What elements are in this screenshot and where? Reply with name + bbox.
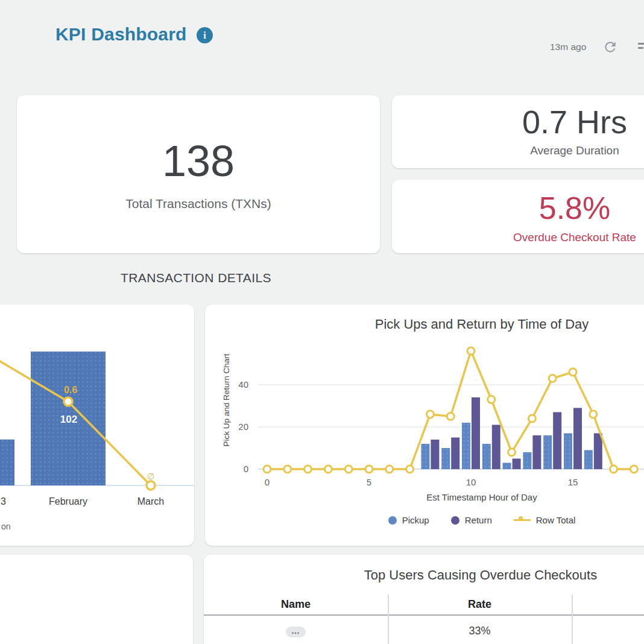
bottom-left-card <box>0 555 193 644</box>
svg-text:0.6: 0.6 <box>64 385 77 395</box>
column-header-extra <box>572 595 644 614</box>
svg-text:0: 0 <box>244 464 248 474</box>
table-header-row: Name Rate <box>204 595 644 616</box>
average-duration-label: Average Duration <box>392 144 644 157</box>
pickup-dot-icon <box>388 516 397 525</box>
monthly-transactions-chart-card: 0.6102∅3FebruaryMarchon <box>0 305 194 546</box>
svg-text:on: on <box>1 522 11 531</box>
svg-text:5: 5 <box>367 477 371 487</box>
pickup-return-chart-card: Pick Ups and Return by Time of Day Pick … <box>205 305 644 546</box>
kpi-card-average-duration: 0.7 Hrs Average Duration <box>392 95 644 168</box>
chart-legend: Pickup Return Row Total <box>205 515 644 525</box>
column-header-name: Name <box>204 595 388 614</box>
legend-label: Row Total <box>536 515 576 525</box>
overdue-rate-value: 5.8% <box>392 192 644 225</box>
monthly-transactions-chart[interactable]: 0.6102∅3FebruaryMarchon <box>0 305 194 546</box>
table-row[interactable]: … 33% <box>204 617 644 644</box>
legend-label: Return <box>465 515 492 525</box>
x-axis-label: Est Timestamp Hour of Day <box>205 492 644 502</box>
svg-text:∅: ∅ <box>147 472 154 481</box>
svg-text:0: 0 <box>265 477 270 487</box>
pickup-return-chart[interactable]: 02040051015 <box>205 305 644 546</box>
svg-text:102: 102 <box>60 414 77 425</box>
filter-bar <box>638 43 644 45</box>
section-title: TRANSACTION DETAILS <box>121 271 271 285</box>
legend-label: Pickup <box>402 515 429 525</box>
legend-item-pickup[interactable]: Pickup <box>388 515 429 525</box>
column-header-rate: Rate <box>388 595 572 614</box>
top-users-table-card: Top Users Causing Overdue Checkouts Name… <box>204 555 644 644</box>
svg-text:40: 40 <box>238 379 248 390</box>
return-dot-icon <box>451 516 459 525</box>
legend-item-row-total[interactable]: Row Total <box>514 515 576 525</box>
filter-bar <box>638 47 643 49</box>
total-transactions-value: 138 <box>17 139 380 185</box>
last-refresh-timestamp: 13m ago <box>550 42 586 52</box>
legend-item-return[interactable]: Return <box>451 515 492 525</box>
kpi-card-total-transactions: 138 Total Transactions (TXNs) <box>17 95 380 253</box>
svg-text:February: February <box>49 496 87 507</box>
user-name-cell: … <box>204 624 388 637</box>
total-transactions-label: Total Transactions (TXNs) <box>17 197 380 211</box>
svg-text:3: 3 <box>1 496 6 507</box>
svg-text:March: March <box>137 496 164 507</box>
truncated-name-pill[interactable]: … <box>286 627 306 637</box>
refresh-icon[interactable] <box>602 39 618 55</box>
average-duration-value: 0.7 Hrs <box>392 105 644 139</box>
overdue-rate-label: Overdue Checkout Rate <box>392 231 644 244</box>
svg-text:20: 20 <box>238 421 248 432</box>
kpi-card-overdue-rate: 5.8% Overdue Checkout Rate <box>392 180 644 253</box>
row-total-line-icon <box>514 519 531 522</box>
rate-cell: 33% <box>388 625 572 637</box>
info-icon[interactable]: i <box>197 27 213 43</box>
refresh-arrow-icon <box>602 39 618 55</box>
table-title: Top Users Causing Overdue Checkouts <box>204 567 644 583</box>
filter-list-icon[interactable] <box>638 43 644 49</box>
svg-text:15: 15 <box>568 477 578 487</box>
page-title: KPI Dashboard <box>55 24 187 45</box>
svg-text:10: 10 <box>466 477 476 487</box>
